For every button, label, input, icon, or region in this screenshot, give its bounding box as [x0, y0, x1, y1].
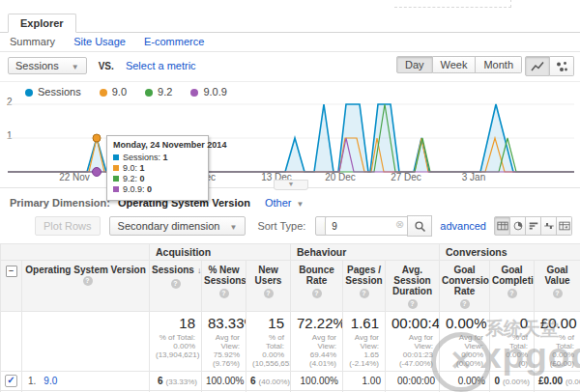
metric-select-dropdown[interactable]: Sessions ▼: [8, 57, 87, 74]
help-icon[interactable]: ?: [219, 289, 229, 298]
chart-tooltip: Monday, 24 November 2014 Sessions: 1 9.0…: [106, 135, 209, 201]
search-button[interactable]: [407, 215, 432, 237]
help-icon[interactable]: ?: [171, 279, 181, 289]
totals-new-users: 15% of Total: 0.00% (10,556,653): [246, 312, 291, 372]
legend-item-sessions[interactable]: Sessions: [25, 86, 81, 98]
motion-chart-icon: [555, 61, 568, 72]
help-icon[interactable]: ?: [460, 299, 470, 309]
analytics-explorer-page: Explorer Summary Site Usage E-commerce S…: [0, 0, 580, 392]
column-header-row: – Operating System Version? Sessions↓? %…: [1, 261, 580, 312]
metric-group-header-row: Acquisition Behaviour Conversions: [1, 244, 580, 261]
metric-cell: 100.00%: [202, 372, 246, 391]
comparison-view-button[interactable]: [541, 216, 557, 236]
table-view-button[interactable]: [494, 216, 510, 236]
granularity-month-button[interactable]: Month: [476, 56, 522, 73]
plot-rows-button[interactable]: Plot Rows: [35, 216, 101, 236]
chevron-down-icon: ▼: [297, 200, 304, 209]
help-icon[interactable]: ?: [264, 289, 274, 298]
tab-row: Explorer: [0, 12, 580, 33]
chart-collapse-handle[interactable]: ▼: [274, 180, 308, 190]
sessions-swatch: [113, 154, 119, 160]
subtab-site-usage[interactable]: Site Usage: [73, 36, 126, 47]
totals-goal-value: £0.00% of Total: 0.00% (£0.00): [535, 312, 580, 372]
comparison-view-icon: [543, 220, 555, 232]
secondary-dimension-button[interactable]: Secondary dimension▼: [109, 216, 246, 236]
table-view-icon: [497, 220, 508, 232]
metric-select-value: Sessions: [15, 60, 59, 71]
help-icon[interactable]: ?: [83, 276, 93, 286]
performance-view-button[interactable]: [526, 216, 541, 236]
group-header-behaviour: Behaviour: [291, 244, 440, 261]
column-header-goal-value[interactable]: Goal Value?: [535, 261, 580, 312]
timeseries-chart[interactable]: 2 1 22 Nov 6 Dec 13 Dec 20 Dec 27 Dec 3 …: [0, 98, 580, 191]
column-header-avg-session-duration[interactable]: Avg. Session Duration?: [386, 261, 440, 312]
select-a-metric-link[interactable]: Select a metric: [126, 60, 196, 71]
row-checkbox[interactable]: ✓: [5, 375, 17, 387]
tooltip-row-9-2: 9.2: 0: [113, 174, 202, 184]
granularity-day-button[interactable]: Day: [396, 56, 433, 73]
chevron-down-icon: ▼: [72, 63, 79, 71]
column-header-goal-conversion-rate[interactable]: Goal Conversion Rate?: [440, 261, 490, 312]
sort-descending-icon: ↓: [197, 266, 202, 275]
column-header-pages-session[interactable]: Pages / Session?: [343, 261, 386, 312]
vs-label: VS.: [99, 61, 114, 71]
column-header-goal-completions[interactable]: Goal Completions?: [490, 261, 535, 312]
metric-cell: 00:00:00: [386, 372, 440, 391]
collapse-icon[interactable]: –: [6, 266, 17, 277]
help-icon[interactable]: ?: [408, 299, 418, 309]
sort-type-label: Sort Type:: [257, 220, 305, 232]
totals-blank: [22, 312, 150, 372]
hover-marker-9-0-9: [93, 168, 102, 177]
subtab-ecommerce[interactable]: E-commerce: [144, 36, 204, 47]
chevron-down-icon: ▼: [229, 223, 237, 232]
column-header-new-sessions[interactable]: % New Sessions?: [202, 261, 246, 312]
advanced-search-link[interactable]: advanced: [440, 220, 486, 232]
clear-search-icon[interactable]: ⊗: [395, 218, 404, 231]
9-2-swatch: [113, 176, 119, 182]
metric-cell: 100.00%: [291, 372, 343, 391]
primary-dimension-other-link[interactable]: Other: [265, 197, 292, 209]
legend-item-9-2[interactable]: 9.2: [145, 86, 172, 98]
tab-explorer[interactable]: Explorer: [8, 14, 76, 33]
metric-selector-row: Sessions ▼ VS. Select a metric Day Week …: [0, 52, 580, 82]
column-header-sessions[interactable]: Sessions↓?: [150, 261, 202, 312]
motion-chart-button[interactable]: [550, 56, 574, 76]
line-chart-button[interactable]: [525, 56, 550, 76]
dashed-border-fragment: [394, 0, 511, 8]
help-icon[interactable]: ?: [553, 289, 563, 298]
legend-label: 9.2: [158, 86, 172, 98]
pivot-view-button[interactable]: [557, 216, 572, 236]
help-icon[interactable]: ?: [360, 289, 369, 298]
group-header-blank: [1, 244, 150, 261]
subtab-summary[interactable]: Summary: [10, 36, 55, 47]
granularity-button-group: Day Week Month: [396, 56, 522, 73]
os-version-link[interactable]: 9.0: [44, 376, 57, 386]
x-axis-label: 22 Nov: [59, 172, 90, 182]
legend-dot-9-0-9: [190, 89, 198, 97]
group-header-conversions: Conversions: [440, 244, 580, 261]
column-header-dimension[interactable]: Operating System Version?: [22, 261, 150, 312]
chart-legend: Sessions 9.0 9.2 9.0.9: [0, 82, 580, 98]
table-toolbar: Plot Rows Secondary dimension▼ Sort Type…: [0, 212, 580, 241]
tooltip-date: Monday, 24 November 2014: [113, 140, 202, 150]
totals-goal-completions: 0% of Total: 0.00% (0): [490, 312, 535, 372]
help-icon[interactable]: ?: [312, 289, 322, 298]
granularity-week-button[interactable]: Week: [433, 56, 477, 73]
hover-marker-9-0: [93, 134, 101, 142]
legend-item-9-0[interactable]: 9.0: [100, 86, 127, 98]
metric-cell: 6(33.33%): [150, 372, 202, 391]
chart-plot-area: [0, 100, 580, 178]
column-header-bounce-rate[interactable]: Bounce Rate?: [291, 261, 343, 312]
tooltip-row-sessions: Sessions: 1: [113, 153, 202, 163]
table-row[interactable]: ✓ 1.9.0 6(33.33%) 100.00% 6(40.00%) 100.…: [1, 372, 580, 391]
percentage-view-button[interactable]: [510, 216, 526, 236]
legend-dot-9-0: [100, 89, 107, 97]
metric-cell: £0.00(0.00%): [535, 372, 580, 391]
performance-view-icon: [528, 220, 539, 232]
legend-label: 9.0.9: [203, 86, 226, 98]
column-header-new-users[interactable]: New Users?: [246, 261, 291, 312]
help-icon[interactable]: ?: [508, 289, 517, 298]
totals-blank: [1, 312, 22, 372]
legend-item-9-0-9[interactable]: 9.0.9: [190, 86, 226, 98]
top-strip: [0, 0, 580, 12]
